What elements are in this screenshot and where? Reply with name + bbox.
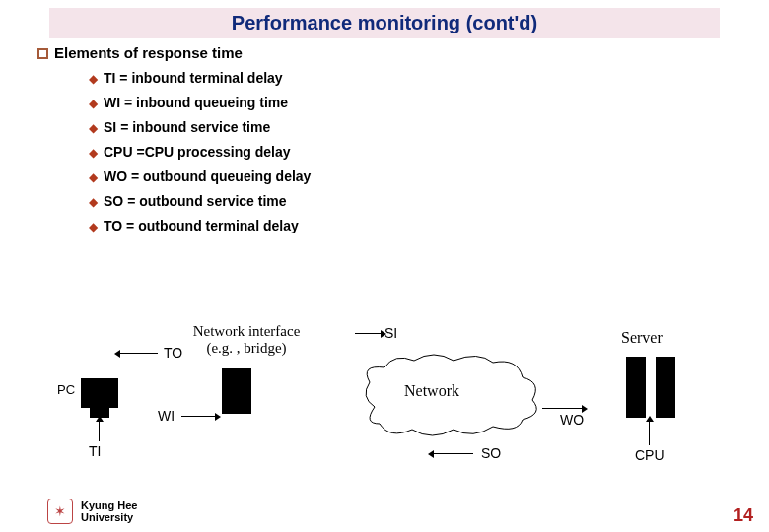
nic-icon — [222, 368, 251, 414]
term: WO — [104, 168, 127, 184]
page-number: 14 — [734, 505, 753, 526]
list-item: ◆SI = inbound service time — [89, 119, 769, 135]
diamond-bullet-icon: ◆ — [89, 121, 98, 135]
pc-icon — [81, 378, 118, 408]
list-item: ◆SO = outbound service time — [89, 193, 769, 209]
diamond-bullet-icon: ◆ — [89, 195, 98, 209]
label-wo: WO — [560, 412, 584, 428]
heading-text: Elements of response time — [54, 44, 243, 61]
diamond-bullet-icon: ◆ — [89, 72, 98, 86]
label-cpu: CPU — [635, 447, 664, 463]
footer-line: Kyung Hee — [81, 499, 137, 511]
diamond-bullet-icon: ◆ — [89, 146, 98, 160]
desc: = outbound terminal delay — [126, 218, 299, 233]
slide-title: Performance monitoring (cont'd) — [49, 8, 720, 38]
arrow-right-icon — [355, 333, 381, 334]
diamond-bullet-icon: ◆ — [89, 97, 98, 110]
term: SO — [104, 193, 123, 209]
desc: = inbound queueing time — [124, 95, 288, 110]
desc: = inbound terminal delay — [119, 70, 282, 86]
desc: = outbound queueing delay — [131, 168, 311, 184]
nic-label-line: Network interface — [177, 323, 315, 340]
diamond-bullet-icon: ◆ — [89, 220, 98, 233]
desc: =CPU processing delay — [136, 144, 290, 160]
arrow-up-icon — [99, 422, 100, 441]
server-label: Server — [621, 329, 663, 347]
list-item: ◆WI = inbound queueing time — [89, 95, 769, 110]
arrow-left-icon — [120, 353, 158, 354]
term: TI — [104, 70, 115, 86]
square-bullet-icon — [37, 48, 48, 59]
university-name: Kyung Hee University — [81, 499, 137, 523]
footer: ✶ Kyung Hee University — [47, 499, 137, 524]
section-heading: Elements of response time — [37, 44, 769, 61]
nic-label-line: (e.g. , bridge) — [177, 340, 315, 357]
footer-line: University — [81, 511, 137, 523]
list-item: ◆WO = outbound queueing delay — [89, 168, 769, 184]
label-to: TO — [164, 345, 182, 361]
nic-label: Network interface (e.g. , bridge) — [177, 323, 315, 357]
term: WI — [104, 95, 120, 110]
list-item: ◆CPU =CPU processing delay — [89, 144, 769, 160]
arrow-right-icon — [181, 416, 215, 417]
definition-list: ◆TI = inbound terminal delay ◆WI = inbou… — [89, 70, 769, 233]
university-logo-icon: ✶ — [47, 499, 73, 524]
arrow-right-icon — [542, 408, 582, 409]
diamond-bullet-icon: ◆ — [89, 170, 98, 184]
pc-label: PC — [57, 382, 75, 397]
desc: = outbound service time — [127, 193, 286, 209]
desc: = inbound service time — [120, 119, 270, 135]
list-item: ◆TI = inbound terminal delay — [89, 70, 769, 86]
arrow-left-icon — [434, 453, 473, 454]
server-icon — [626, 357, 646, 418]
server-icon — [656, 357, 675, 418]
term: TO — [104, 218, 122, 233]
network-label: Network — [404, 382, 459, 400]
label-wi: WI — [158, 408, 175, 424]
arrow-up-icon — [649, 422, 650, 445]
diagram: PC Network interface (e.g. , bridge) TO … — [0, 323, 769, 491]
term: SI — [104, 119, 116, 135]
term: CPU — [104, 144, 133, 160]
label-so: SO — [481, 445, 501, 461]
label-ti: TI — [89, 443, 101, 459]
list-item: ◆TO = outbound terminal delay — [89, 218, 769, 233]
